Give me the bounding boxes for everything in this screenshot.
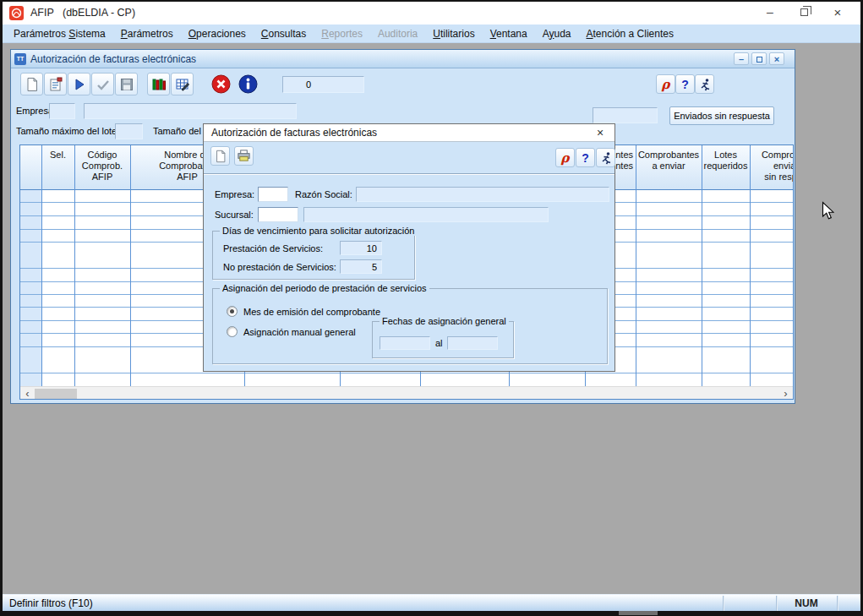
child-window-title: Autorización de facturas electrónicas	[30, 53, 196, 65]
menu-auditoria: Auditoria	[370, 25, 425, 43]
menu-consultas[interactable]: Consultas	[254, 25, 314, 43]
bottom-border-segment	[619, 611, 658, 615]
minimize-button[interactable]: –	[756, 2, 784, 25]
fechas-group-title: Fechas de asignación general	[380, 316, 509, 326]
prestacion-field	[340, 241, 382, 255]
info-button[interactable]	[238, 74, 259, 95]
razon-social-label: Razón Social:	[295, 189, 352, 199]
filter-rho-icon: ρ	[561, 150, 570, 166]
menu-ayuda[interactable]: Ayuda	[535, 25, 579, 43]
toolbar-separator	[204, 173, 614, 175]
col-header-enviados: Comprobantes enviados sin respuesta	[750, 145, 794, 190]
sucursal-field[interactable]	[258, 207, 298, 222]
sucursal-label: Sucursal:	[215, 210, 254, 220]
radio-mes-emision-label: Mes de emisión del comprobante	[243, 307, 380, 317]
check-icon	[96, 77, 111, 92]
help-icon: ?	[681, 78, 689, 91]
counter-field	[282, 76, 364, 93]
empresa-code-field	[49, 103, 75, 119]
confirm-button[interactable]	[91, 73, 114, 95]
exit-runner-icon	[599, 151, 613, 165]
sucursal-name-field	[303, 207, 549, 222]
batch-button[interactable]	[147, 73, 170, 95]
app-window: AFIP (dbELDIA - CP) – × Parámetros Siste…	[0, 0, 863, 616]
fecha-hasta-field	[447, 336, 498, 350]
properties-button[interactable]	[44, 73, 67, 95]
exit-button[interactable]	[695, 74, 714, 94]
menu-reportes: Reportes	[314, 25, 370, 43]
tamano-lote-label: Tamaño máximo del lote:	[16, 126, 119, 136]
new-button[interactable]	[20, 73, 43, 95]
new-document-icon	[25, 77, 40, 92]
status-bar: Definir filtros (F10) NUM	[3, 594, 860, 611]
save-icon	[119, 77, 134, 92]
scroll-right-button[interactable]: ›	[778, 387, 793, 400]
child-title-bar[interactable]: TT Autorización de facturas electrónicas…	[11, 50, 795, 68]
menu-ventana[interactable]: Ventana	[483, 25, 535, 43]
help-button[interactable]: ?	[675, 74, 695, 94]
title-bar: AFIP (dbELDIA - CP) – ×	[3, 2, 860, 25]
radio-asignacion-manual[interactable]	[227, 326, 238, 337]
maximize-button[interactable]	[789, 2, 818, 25]
horizontal-scrollbar[interactable]: ‹ ›	[20, 386, 793, 400]
menu-bar: Parámetros Sistema Parámetros Operacione…	[3, 25, 860, 43]
status-separator	[837, 596, 838, 611]
column-divider	[636, 145, 636, 386]
empresa-name-field	[84, 103, 297, 119]
fechas-group: Fechas de asignación general al	[372, 321, 514, 358]
enviados-count-field	[593, 107, 658, 123]
dialog-print-button[interactable]	[234, 146, 254, 166]
vencimiento-group: Días de vencimiento para solicitar autor…	[212, 231, 415, 280]
grid-edit-icon	[175, 77, 190, 92]
dialog-filter-button[interactable]: ρ	[555, 148, 575, 167]
dialog-exit-button[interactable]	[596, 148, 615, 167]
fecha-desde-field	[380, 336, 430, 350]
dialog-new-button[interactable]	[210, 146, 230, 166]
num-lock-indicator: NUM	[776, 597, 837, 609]
run-button[interactable]	[68, 73, 90, 95]
properties-icon	[48, 77, 63, 92]
help-icon: ?	[582, 151, 589, 165]
run-icon	[72, 77, 87, 92]
child-close-button[interactable]: ×	[769, 52, 784, 65]
col-header-a-enviar: Comprobantes a enviar	[636, 145, 702, 190]
menu-parametros-sistema[interactable]: Parámetros Sistema	[6, 25, 113, 43]
col-header-lotes: Lotes requeridos	[702, 145, 750, 190]
tamano-lote-field	[115, 123, 143, 139]
vencimiento-group-title: Días de vencimiento para solicitar autor…	[220, 226, 417, 236]
column-divider	[74, 145, 75, 386]
grid-edit-button[interactable]	[171, 73, 194, 95]
form-icon: TT	[14, 53, 26, 65]
mdi-client-area: TT Autorización de facturas electrónicas…	[3, 43, 860, 594]
column-divider	[750, 145, 751, 386]
column-divider	[41, 145, 42, 386]
scrollbar-thumb[interactable]	[35, 389, 77, 399]
close-button[interactable]: ×	[823, 2, 852, 25]
autorizacion-dialog: Autorización de facturas electrónicas × …	[203, 123, 615, 372]
cancel-button[interactable]	[210, 74, 232, 95]
tamano-lote-actual-label: Tamaño del l	[153, 126, 205, 136]
dialog-close-button[interactable]: ×	[593, 126, 608, 140]
col-header-sel: Sel.	[41, 145, 74, 190]
asignacion-group: Asignación del periodo de prestación de …	[212, 288, 608, 364]
window-title: AFIP (dbELDIA - CP)	[30, 7, 135, 19]
menu-utilitarios[interactable]: Utilitarios	[425, 25, 482, 43]
radio-mes-emision[interactable]	[227, 306, 238, 317]
no-prestacion-label: No prestación de Servicios:	[223, 262, 336, 272]
scroll-left-button[interactable]: ‹	[20, 387, 35, 400]
child-maximize-button[interactable]	[751, 52, 767, 65]
status-separator	[723, 596, 724, 611]
dialog-title-bar[interactable]: Autorización de facturas electrónicas ×	[204, 124, 614, 142]
child-minimize-button[interactable]: –	[734, 52, 749, 65]
enviados-sin-respuesta-button[interactable]: Enviados sin respuesta	[669, 106, 774, 125]
save-button[interactable]	[115, 73, 138, 95]
menu-operaciones[interactable]: Operaciones	[181, 25, 254, 43]
dialog-help-button[interactable]: ?	[576, 148, 595, 167]
column-divider	[130, 145, 131, 386]
menu-atencion-clientes[interactable]: Atención a Clientes	[579, 25, 681, 43]
razon-social-field	[356, 187, 609, 202]
filter-button[interactable]: ρ	[656, 74, 675, 94]
asignacion-group-title: Asignación del periodo de prestación de …	[220, 283, 429, 293]
dialog-empresa-field[interactable]	[258, 187, 288, 202]
menu-parametros[interactable]: Parámetros	[113, 25, 181, 43]
